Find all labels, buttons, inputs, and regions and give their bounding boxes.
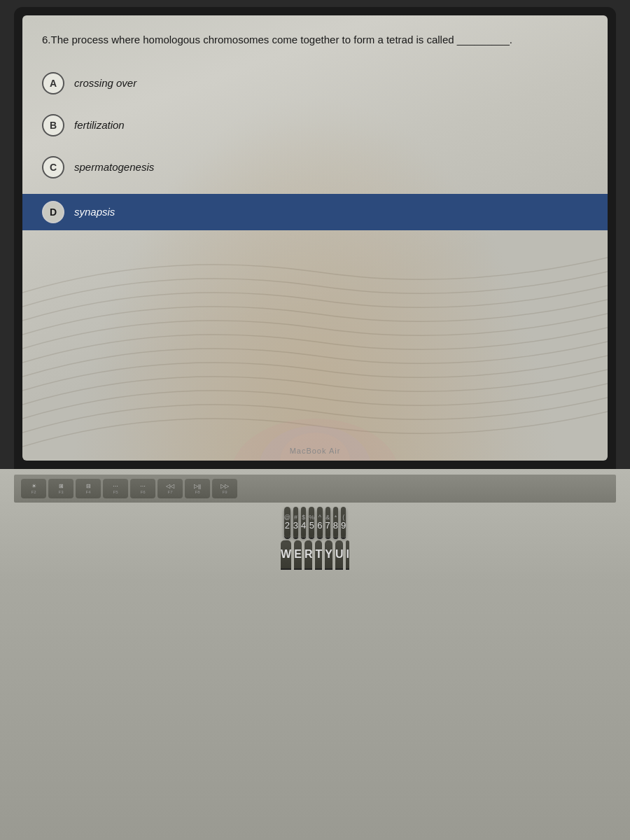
question-text: 6.The process where homologous chromosom… (42, 32, 588, 48)
f4-key[interactable]: ⊟ F4 (76, 479, 101, 498)
screen: .wave-line { fill: none; stroke: rgba(80… (22, 15, 608, 461)
f7-key[interactable]: ◁◁ F7 (158, 479, 183, 498)
number-row: @ 2 # 3 $ 4 % 5 ^ 6 & 7 (284, 507, 346, 538)
fn-key-group: ☀ F2 ⊞ F3 ⊟ F4 ⋯ F5 (21, 479, 237, 498)
key-t[interactable]: T (315, 540, 322, 568)
key-8[interactable]: * 8 (333, 507, 338, 538)
f9-key[interactable]: ▷▷ F9 (212, 479, 237, 498)
key-2[interactable]: @ 2 (284, 507, 290, 538)
fastforward-icon: ▷▷ (220, 483, 229, 489)
f2-key[interactable]: ☀ F2 (21, 479, 46, 498)
option-d[interactable]: D synapsis (22, 194, 608, 230)
option-d-text: synapsis (74, 206, 115, 218)
f5-icon: ⋯ (113, 483, 118, 489)
f5-key[interactable]: ⋯ F5 (103, 479, 128, 498)
option-b[interactable]: B fertilization (42, 110, 588, 141)
brightness-icon: ☀ (31, 483, 36, 489)
key-4[interactable]: $ 4 (301, 507, 306, 538)
rewind-icon: ◁◁ (166, 483, 174, 489)
f3-key[interactable]: ⊞ F3 (48, 479, 74, 498)
play-pause-icon: ▷|| (194, 483, 201, 489)
key-9[interactable]: ( 9 (341, 507, 346, 538)
key-3[interactable]: # 3 (293, 507, 298, 538)
key-w[interactable]: W (281, 540, 291, 568)
key-i[interactable]: I (346, 540, 349, 568)
f8-key[interactable]: ▷|| F8 (185, 479, 210, 498)
f6-icon: ⋯ (140, 483, 146, 489)
key-u[interactable]: U (335, 540, 344, 568)
f6-key[interactable]: ⋯ F6 (130, 479, 155, 498)
keyboard-area: ☀ F2 ⊞ F3 ⊟ F4 ⋯ F5 (0, 469, 630, 840)
qwerty-partial-row: W E R T Y U I (281, 540, 349, 568)
laptop-body: .wave-line { fill: none; stroke: rgba(80… (0, 0, 630, 840)
key-5[interactable]: % 5 (309, 507, 314, 538)
option-c[interactable]: C spermatogenesis (42, 152, 588, 183)
key-6[interactable]: ^ 6 (317, 507, 322, 538)
fn-key-row: ☀ F2 ⊞ F3 ⊟ F4 ⋯ F5 (14, 475, 616, 503)
launchpad-icon: ⊟ (86, 483, 91, 489)
screen-bezel: .wave-line { fill: none; stroke: rgba(80… (14, 7, 616, 469)
option-c-circle: C (42, 156, 64, 178)
option-d-circle: D (42, 201, 64, 223)
mission-control-icon: ⊞ (59, 483, 64, 489)
option-a-text: crossing over (74, 77, 136, 89)
option-a[interactable]: A crossing over (42, 68, 588, 99)
macbook-label: MacBook Air (290, 447, 341, 455)
key-e[interactable]: E (294, 540, 302, 568)
option-b-text: fertilization (74, 119, 125, 131)
option-a-circle: A (42, 72, 64, 94)
key-r[interactable]: R (304, 540, 313, 568)
key-y[interactable]: Y (325, 540, 332, 568)
key-7[interactable]: & 7 (326, 507, 330, 538)
option-c-text: spermatogenesis (74, 161, 154, 173)
screen-content: 6.The process where homologous chromosom… (22, 15, 608, 247)
option-b-circle: B (42, 114, 64, 136)
